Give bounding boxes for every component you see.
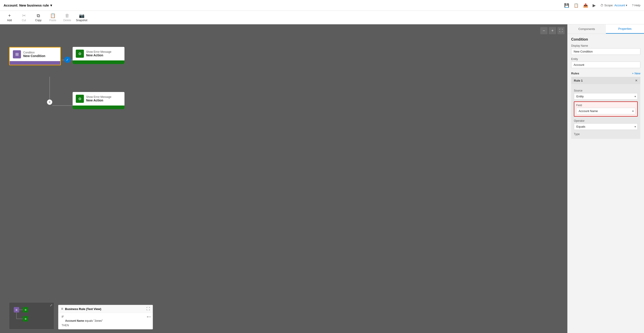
run-icon[interactable]: ▶ [592, 3, 596, 8]
paste-icon: 📋 [50, 13, 56, 18]
canvas-controls: − + ⛶ [540, 27, 565, 34]
text-view-condition: Account Name equals "Jones" [62, 319, 150, 322]
action-true-text: Show Error Message New Action [86, 50, 112, 57]
page-title: Account: New business rule [4, 4, 49, 7]
operator-select-wrapper: Equals ▾ [574, 123, 638, 130]
rules-new-button[interactable]: + New [632, 72, 640, 75]
delete-icon: 🗑 [65, 13, 70, 18]
flow-lines [0, 24, 567, 333]
action-false-header: ⚙ Show Error Message New Action [72, 92, 124, 106]
fit-button[interactable]: ⛶ [558, 27, 565, 34]
text-view-icon: ≡ [61, 307, 63, 311]
condition-text: Account Name equals "Jones" [65, 319, 103, 322]
false-connector: ✕ [47, 100, 52, 105]
rule-1-header: Rule 1 ✕ [571, 77, 640, 84]
source-select[interactable]: Entity [574, 93, 638, 100]
rules-label: Rules [571, 72, 579, 75]
field-label: Field [576, 104, 636, 107]
text-view-body: IF Account Name equals "Jones" THEN [58, 313, 153, 329]
action-false-text: Show Error Message New Action [86, 95, 112, 102]
action-true-icon: ⚙ [76, 50, 84, 58]
display-name-input[interactable] [571, 48, 640, 55]
right-panel: Components Properties Condition Display … [567, 24, 644, 333]
source-select-wrapper: Entity ▾ [574, 93, 638, 100]
text-view-title: ≡ Business Rule (Text View) [61, 307, 101, 311]
main-layout: − + ⛶ ⊞ Condition New Condition [0, 24, 644, 333]
operator-label: Operator [574, 119, 638, 122]
mini-node-action-false: ⚙ [23, 316, 28, 322]
action-false-node[interactable]: ⚙ Show Error Message New Action [72, 92, 124, 109]
canvas-area: − + ⛶ ⊞ Condition New Condition [0, 24, 567, 333]
mini-map-expand-button[interactable]: ⤢ [50, 304, 52, 307]
field-box: Field Account Name ▾ [574, 102, 638, 116]
cut-icon: ✂ [22, 13, 26, 18]
action-false-icon: ⚙ [76, 95, 84, 103]
panel-section-title: Condition [571, 38, 640, 42]
rule-1-box: Rule 1 ✕ Source Entity ▾ Field [571, 77, 640, 139]
entity-label: Entity [571, 58, 640, 61]
field-select[interactable]: Account Name [576, 108, 636, 114]
save2-icon[interactable]: 📋 [574, 3, 578, 8]
source-label: Source [574, 89, 638, 92]
copy-icon: ⧉ [37, 13, 40, 18]
action-true-header: ⚙ Show Error Message New Action [72, 47, 124, 60]
field-select-wrapper: Account Name ▾ [576, 108, 636, 114]
action-true-icon-symbol: ⚙ [78, 52, 82, 56]
condition-node[interactable]: ⊞ Condition New Condition [9, 47, 61, 66]
text-view-then-label: THEN [62, 324, 150, 327]
entity-input[interactable] [571, 62, 640, 68]
type-label: Type [574, 132, 638, 136]
text-view-expand-button[interactable]: ⛶ [146, 307, 150, 311]
condition-node-text: Condition New Condition [23, 51, 45, 58]
snapshot-button[interactable]: 📷 Snapshot [75, 12, 88, 24]
action-true-node[interactable]: ⚙ Show Error Message New Action [72, 47, 124, 64]
title-bar-right: 💾 📋 📤 ▶ ⏱ Scope: Account ▾ ? Help [564, 3, 640, 8]
panel-tabs: Components Properties [568, 24, 644, 34]
tab-properties[interactable]: Properties [606, 24, 644, 34]
mini-node-action-true: ⚙ [23, 307, 28, 312]
scope-value[interactable]: Account [614, 4, 625, 7]
mini-map-content: ⤢ ⊞ ⚙ ⚙ [9, 302, 54, 329]
action-true-footer [72, 60, 124, 64]
rules-header: Rules + New [571, 72, 640, 75]
condition-node-icon: ⊞ [13, 50, 21, 58]
scope-label: ⏱ Scope: Account ▾ [600, 4, 627, 7]
text-view-panel: ≡ Business Rule (Text View) ⛶ IF Account… [58, 305, 153, 330]
action-false-icon-symbol: ⚙ [78, 97, 82, 101]
title-bar-left: Account: New business rule ▾ [4, 4, 52, 8]
operator-select[interactable]: Equals [574, 123, 638, 130]
display-name-label: Display Name [571, 44, 640, 47]
mini-map: ⤢ ⊞ ⚙ ⚙ [9, 302, 54, 330]
rule-1-title: Rule 1 [574, 79, 583, 82]
condition-node-header: ⊞ Condition New Condition [10, 48, 60, 61]
panel-content: Condition Display Name Entity Rules + Ne… [568, 34, 644, 333]
tab-components[interactable]: Components [568, 24, 606, 34]
true-connector: ✓ [64, 56, 70, 63]
mini-node-condition: ⊞ [14, 307, 19, 312]
rule-1-content: Source Entity ▾ Field Account Name [571, 84, 640, 139]
copy-button[interactable]: ⧉ Copy [32, 12, 45, 24]
add-icon: + [8, 13, 11, 18]
save3-icon[interactable]: 📤 [583, 3, 588, 8]
paste-button[interactable]: 📋 Paste [46, 12, 60, 24]
rule-1-close-button[interactable]: ✕ [635, 79, 638, 82]
title-bar: Account: New business rule ▾ 💾 📋 📤 ▶ ⏱ S… [0, 0, 644, 11]
save-icon[interactable]: 💾 [564, 3, 569, 8]
snapshot-icon: 📷 [79, 13, 84, 18]
text-view-if-label: IF [62, 315, 150, 318]
delete-button[interactable]: 🗑 Delete [60, 12, 74, 24]
action-false-footer [72, 106, 124, 109]
text-view-header: ≡ Business Rule (Text View) ⛶ [58, 305, 153, 313]
title-dropdown-icon[interactable]: ▾ [50, 4, 52, 8]
condition-icon-symbol: ⊞ [15, 52, 19, 57]
help-button[interactable]: ? Help [632, 4, 640, 7]
zoom-in-button[interactable]: + [549, 27, 556, 34]
add-button[interactable]: + Add [3, 12, 16, 24]
cut-button[interactable]: ✂ Cut [17, 12, 31, 24]
condition-node-footer [10, 61, 60, 65]
text-view-scroll-button[interactable]: ⟵ [147, 315, 151, 318]
zoom-out-button[interactable]: − [540, 27, 548, 34]
toolbar: + Add ✂ Cut ⧉ Copy 📋 Paste 🗑 Delete 📷 Sn… [0, 11, 644, 24]
